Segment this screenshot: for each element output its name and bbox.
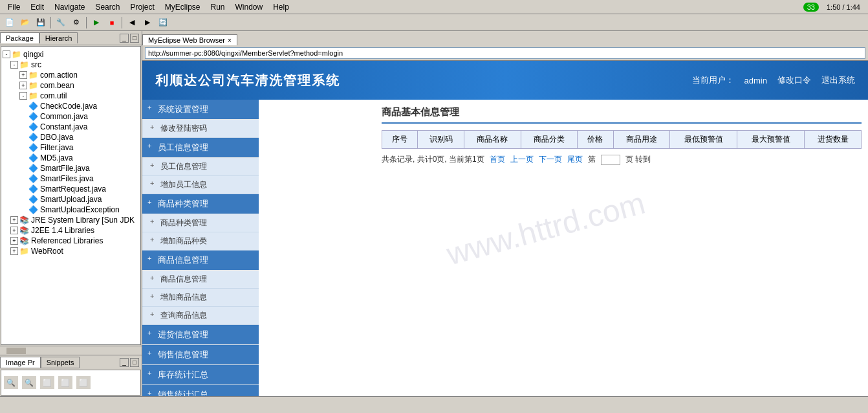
tree-item-smartupload[interactable]: 🔷 SmartUpload.java	[1, 194, 140, 205]
tree-area: - 📁 qingxi - 📁 src + 📁 com.action + 📁 co…	[1, 46, 141, 345]
panel-minimize[interactable]: _	[120, 34, 129, 43]
nav-section-stock[interactable]: 库存统计汇总	[142, 365, 259, 385]
tree-item-checkcode[interactable]: 🔷 CheckCode.java	[1, 101, 140, 111]
pagination-first[interactable]: 首页	[490, 154, 505, 165]
expand-reflibs[interactable]: +	[10, 237, 18, 245]
tree-item-comaction[interactable]: + 📁 com.action	[1, 70, 140, 80]
pagination-next[interactable]: 下一页	[539, 154, 562, 165]
tree-item-j2ee[interactable]: + 📚 J2EE 1.4 Libraries	[1, 225, 140, 236]
toolbar: 📄 📂 💾 🔧 ⚙ ▶ ■ ◀ ▶ 🔄	[0, 14, 868, 31]
nav-section-purchase[interactable]: 进货信息管理	[142, 325, 259, 344]
nav-section-goods[interactable]: 商品信息管理	[142, 251, 259, 270]
panel-maximize[interactable]: □	[130, 34, 139, 43]
pagination-page-input[interactable]	[601, 155, 620, 165]
nav-item-searchgoods[interactable]: 查询商品信息	[142, 307, 259, 325]
content-area: 商品基本信息管理 序号 识别码 商品名称 商品分类 价格 商品用途 最低预警值	[375, 100, 868, 396]
scrollbar-thumb[interactable]	[6, 348, 26, 354]
address-input[interactable]	[145, 47, 865, 59]
pagination-prev[interactable]: 上一页	[510, 154, 534, 165]
toolbar-new[interactable]: 📄	[3, 16, 17, 29]
tree-item-dbo[interactable]: 🔷 DBO.java	[1, 132, 140, 142]
menu-help[interactable]: Help	[268, 1, 294, 13]
tree-item-common[interactable]: 🔷 Common.java	[1, 111, 140, 122]
nav-section-system[interactable]: 系统设置管理	[142, 100, 259, 119]
tab-image-preview[interactable]: Image Pr	[0, 357, 41, 368]
toolbar-run[interactable]: ▶	[89, 16, 103, 29]
horizontal-scrollbar[interactable]	[0, 346, 142, 355]
img-tool-2[interactable]: 🔍	[22, 376, 36, 389]
img-tool-1[interactable]: 🔍	[4, 376, 18, 389]
label-qingxi: qingxi	[23, 50, 43, 59]
th-category: 商品分类	[521, 131, 578, 149]
menu-file[interactable]: File	[3, 1, 25, 13]
tree-item-comutil[interactable]: - 📁 com.util	[1, 91, 140, 101]
label-smartfile: SmartFile.java	[40, 164, 90, 173]
nav-item-addgoodstype[interactable]: 增加商品种类	[142, 232, 259, 251]
menu-run[interactable]: Run	[205, 1, 230, 13]
nav-section-goods-type[interactable]: 商品种类管理	[142, 194, 259, 214]
tree-item-constant[interactable]: 🔷 Constant.java	[1, 122, 140, 132]
img-tool-5[interactable]: ⬜	[76, 376, 91, 389]
toolbar-save[interactable]: 💾	[34, 16, 48, 29]
tab-snippets[interactable]: Snippets	[41, 357, 80, 368]
nav-item-addstaff[interactable]: 增加员工信息	[142, 176, 259, 194]
tree-item-smartfile[interactable]: 🔷 SmartFile.java	[1, 163, 140, 173]
nav-item-goodsmgr[interactable]: 商品信息管理	[142, 271, 259, 289]
nav-section-staff[interactable]: 员工信息管理	[142, 138, 259, 157]
change-pwd-link[interactable]: 修改口令	[777, 74, 811, 86]
tree-item-webroot[interactable]: + 📁 WebRoot	[1, 246, 140, 256]
browser-tab-main[interactable]: MyEclipse Web Browser ×	[142, 34, 237, 45]
img-tool-4[interactable]: ⬜	[58, 376, 72, 389]
logout-link[interactable]: 退出系统	[821, 74, 855, 86]
tree-item-md5[interactable]: 🔷 MD5.java	[1, 153, 140, 163]
menu-myeclipse[interactable]: MyEclipse	[160, 1, 206, 13]
tree-item-smartfiles[interactable]: 🔷 SmartFiles.java	[1, 173, 140, 184]
img-tool-3[interactable]: ⬜	[40, 376, 54, 389]
expand-src[interactable]: -	[10, 61, 18, 69]
toolbar-btn-3[interactable]: ⚙	[69, 16, 83, 29]
pagination-info: 共条记录, 共计0页, 当前第1页	[382, 154, 484, 165]
tree-item-qingxi[interactable]: - 📁 qingxi	[1, 49, 140, 60]
expand-comutil[interactable]: -	[19, 92, 27, 100]
tab-package[interactable]: Package	[0, 32, 39, 43]
nav-section-sales-stat[interactable]: 销售统计汇总	[142, 385, 259, 396]
nav-item-changepwd[interactable]: 修改登陆密码	[142, 120, 259, 138]
toolbar-btn-2[interactable]: 🔧	[54, 16, 68, 29]
nav-item-goodstype[interactable]: 商品种类管理	[142, 214, 259, 232]
menu-window[interactable]: Window	[230, 1, 268, 13]
tab-hierarchy[interactable]: Hierarch	[39, 32, 78, 43]
nav-section-sales[interactable]: 销售信息管理	[142, 345, 259, 364]
toolbar-stop[interactable]: ■	[105, 16, 119, 29]
tree-item-smartuploadex[interactable]: 🔷 SmartUploadException	[1, 205, 140, 215]
nav-item-staffmgr[interactable]: 员工信息管理	[142, 158, 259, 176]
expand-comaction[interactable]: +	[19, 71, 27, 79]
tree-item-reflibs[interactable]: + 📚 Referenced Libraries	[1, 236, 140, 246]
tree-item-filter[interactable]: 🔷 Filter.java	[1, 142, 140, 153]
bottom-panel-minimize[interactable]: _	[120, 358, 129, 367]
expand-jre[interactable]: +	[10, 216, 18, 224]
toolbar-open[interactable]: 📂	[18, 16, 32, 29]
menu-project[interactable]: Project	[125, 1, 159, 13]
bottom-panel-maximize[interactable]: □	[130, 358, 139, 367]
label-smartfiles: SmartFiles.java	[40, 174, 94, 183]
pagination-last[interactable]: 尾页	[567, 154, 583, 165]
tree-item-src[interactable]: - 📁 src	[1, 60, 140, 70]
toolbar-refresh[interactable]: 🔄	[156, 16, 170, 29]
th-name: 商品名称	[464, 131, 521, 149]
tree-item-jre[interactable]: + 📚 JRE System Library [Sun JDK	[1, 215, 140, 225]
expand-qingxi[interactable]: -	[3, 50, 10, 58]
nav-item-addgoods[interactable]: 增加商品信息	[142, 289, 259, 307]
menu-search[interactable]: Search	[90, 1, 125, 13]
toolbar-forward[interactable]: ▶	[140, 16, 155, 29]
expand-webroot[interactable]: +	[10, 247, 18, 255]
tree-item-combean[interactable]: + 📁 com.bean	[1, 80, 140, 91]
menu-navigate[interactable]: Navigate	[49, 1, 90, 13]
expand-j2ee[interactable]: +	[10, 227, 18, 234]
tree-item-smartrequest[interactable]: 🔷 SmartRequest.java	[1, 184, 140, 194]
label-filter: Filter.java	[40, 143, 73, 152]
menu-edit[interactable]: Edit	[25, 1, 49, 13]
browser-tab-close[interactable]: ×	[228, 37, 232, 44]
expand-combean[interactable]: +	[19, 82, 27, 89]
panel-tab-controls: _ □	[120, 34, 142, 43]
toolbar-back[interactable]: ◀	[125, 16, 139, 29]
